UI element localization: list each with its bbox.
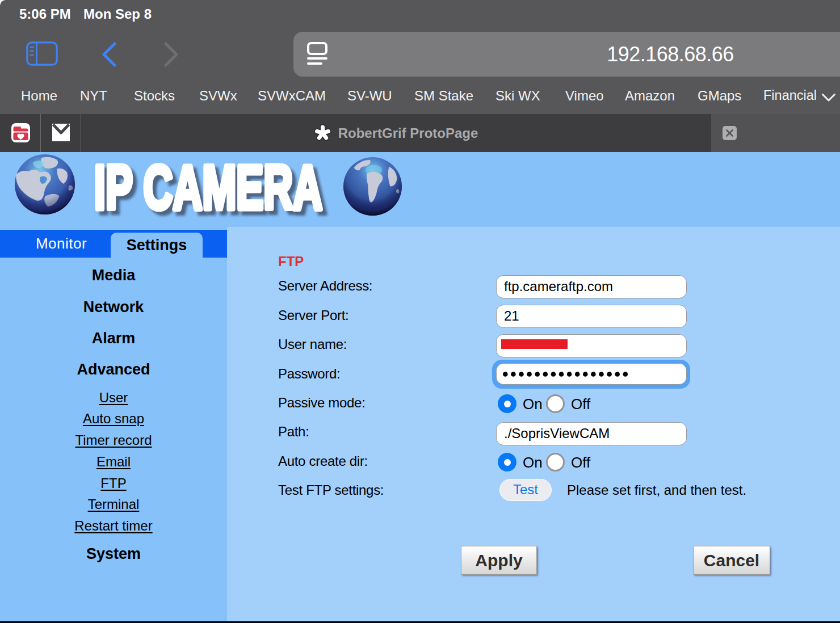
svg-text:IP CAMERA: IP CAMERA: [94, 152, 322, 222]
